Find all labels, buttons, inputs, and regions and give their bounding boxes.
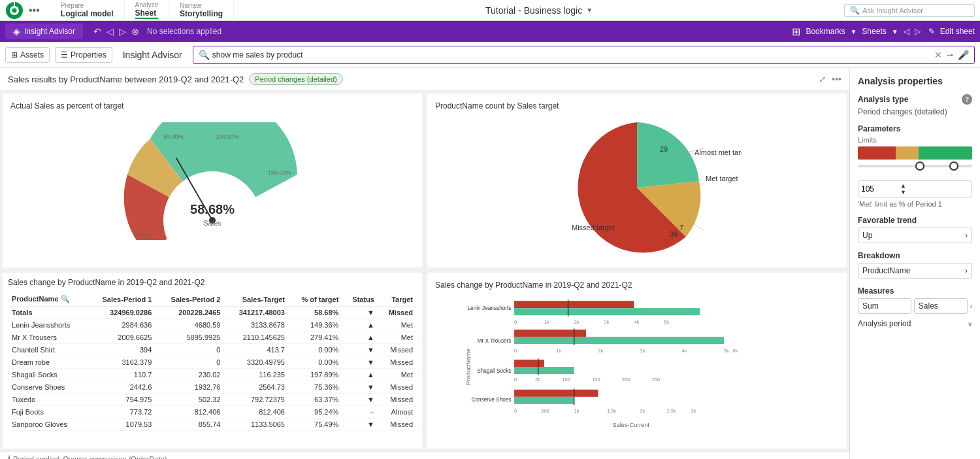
selections-clear-icon[interactable]: ↶ [93,26,101,37]
gauge-container: 58.68% Sales 0.00% 50.00% 100.00% 150.00… [10,116,414,246]
chevron-down-bookmarks[interactable]: ▼ [850,28,857,35]
svg-text:0.00%: 0.00% [134,231,151,238]
measures-agg-box[interactable]: Sum [858,298,911,314]
breakdown-dropdown[interactable]: ProductName › [858,263,972,279]
expand-icon[interactable]: ⤢ [819,74,826,84]
chevron-down-sheets[interactable]: ▼ [892,28,898,35]
chevron-right-icon: › [965,266,968,275]
insight-advisor-button[interactable]: ◈ Insight Advisor [5,24,83,39]
ia-search-box[interactable]: 🔍 ✕ → 🎤 [193,46,975,64]
pencil-icon: ✎ [928,27,935,36]
properties-tab[interactable]: ☰ Properties [55,47,112,63]
col-header-p2: Sales-Period 2 [155,292,224,307]
chevron-down-icon[interactable]: ▼ [586,7,593,14]
grid-icon[interactable]: ⊞ [792,26,800,38]
pie-panel: ProductName count by Sales target Missed… [427,94,847,267]
assets-icon: ⊞ [11,50,18,60]
svg-text:Sales-Current: Sales-Current [613,422,650,428]
search-column-icon[interactable]: 🔍 [61,295,70,303]
svg-text:2.5k: 2.5k [667,408,676,414]
footer-info: ℹ Period applied: Quarter comparison (Or… [0,451,849,459]
svg-text:3k: 3k [640,348,645,354]
analysis-period-row: Analysis period ∨ [858,319,972,328]
toolbar-icons: ↶ ◁ ▷ ⊗ No selections applied [93,26,221,37]
svg-text:100.00%: 100.00% [216,133,239,140]
info-icon: ℹ [8,454,10,459]
svg-rect-45 [514,367,574,374]
svg-rect-34 [514,337,724,344]
col-header-productname: ProductName 🔍 [8,292,87,307]
ia-toolbar: ⊞ Assets ☰ Properties Insight Advisor 🔍 … [0,42,980,68]
analyze-nav[interactable]: Analyze Sheet [125,0,170,21]
limits-label: Limits [858,136,972,144]
measures-section: Measures [858,286,972,296]
prepare-nav[interactable]: Prepare Logical model [50,0,125,21]
table-row: Chantell Shirt3940413.70.00%▼Missed [8,344,417,356]
ask-insight-search[interactable]: 🔍 Ask Insight Advisor [844,4,975,17]
prev-sheet-icon[interactable]: ◁ [904,27,909,36]
go-search-icon[interactable]: → [945,49,955,61]
qlik-logo[interactable] [5,1,24,20]
microphone-icon[interactable]: 🎤 [958,50,969,60]
pie-chart: Missed target 39 Almost met target 7 29 … [532,116,742,260]
favorable-trend-section: Favorable trend [858,216,972,225]
totals-row: Totals 324969.0286 200228.2465 341217.48… [8,307,417,319]
parameters-section: Parameters [858,124,972,133]
svg-rect-33 [514,330,586,337]
back-icon[interactable]: ◁ [106,26,114,37]
chevron-right-icon: › [965,231,968,240]
chevron-down-icon[interactable]: ∨ [968,320,972,328]
limits-thumb-left[interactable] [915,162,924,171]
svg-text:0: 0 [514,408,517,414]
clear-all-icon[interactable]: ⊗ [131,26,139,37]
narrate-nav[interactable]: Narrate Storytelling [169,0,234,21]
svg-rect-44 [514,360,544,367]
analysis-type-section: Analysis type ? [858,94,972,105]
insight-icon: ◈ [13,26,20,37]
svg-text:58.68%: 58.68% [190,202,235,216]
measures-field-box[interactable]: Sales [914,298,968,314]
ia-search-input[interactable] [212,50,932,60]
svg-text:2k: 2k [598,348,603,354]
limits-thumb-right[interactable] [949,162,958,171]
next-sheet-icon[interactable]: ▷ [915,27,921,36]
limits-green-segment [919,146,972,160]
limits-slider[interactable] [858,165,972,175]
svg-text:3k: 3k [604,319,610,325]
svg-text:Conserve Shoes: Conserve Shoes [472,397,512,403]
totals-name: Totals [8,307,87,319]
clear-search-icon[interactable]: ✕ [934,50,942,60]
top-nav: ••• Prepare Logical model Analyze Sheet … [0,0,980,21]
svg-text:1k: 1k [574,408,580,414]
totals-pct: 58.68% [289,307,342,319]
gauge-title: Actual Sales as percent of target [10,101,414,110]
totals-status-icon: ▼ [342,307,378,319]
pie-container: Missed target 39 Almost met target 7 29 … [435,116,839,260]
gauge-chart: 58.68% Sales 0.00% 50.00% 100.00% 150.00… [114,122,310,240]
edit-sheet-button[interactable]: Edit sheet [940,27,975,36]
svg-rect-23 [514,301,634,308]
met-limit-input[interactable]: ▲▼ [858,180,972,197]
svg-text:5k: 5k [724,348,729,354]
svg-text:1.5k: 1.5k [607,408,616,414]
svg-text:150.00%: 150.00% [268,169,291,176]
forward-icon[interactable]: ▷ [119,26,126,37]
spinner-up[interactable]: ▲▼ [900,182,906,196]
data-table: ProductName 🔍 Sales-Period 1 Sales-Perio… [8,292,417,431]
svg-rect-54 [514,390,598,397]
gauge-panel: Actual Sales as percent of target [3,94,422,267]
results-title: Sales results by ProductName between 201… [8,75,244,84]
assets-tab[interactable]: ⊞ Assets [5,47,50,63]
favorable-trend-dropdown[interactable]: Up › [858,228,972,243]
results-header: Sales results by ProductName between 201… [0,68,849,91]
svg-text:3k: 3k [691,408,696,414]
col-header-status: Status [342,292,378,307]
help-icon[interactable]: ? [962,94,972,105]
more-options-icon[interactable]: ••• [832,74,841,84]
met-limit-field[interactable] [861,184,900,194]
svg-text:6k: 6k [733,348,738,354]
sheets-button[interactable]: Sheets [862,27,886,36]
more-options-icon[interactable]: ••• [29,5,40,16]
bookmarks-button[interactable]: Bookmarks [806,27,845,36]
col-header-p1: Sales-Period 1 [87,292,155,307]
